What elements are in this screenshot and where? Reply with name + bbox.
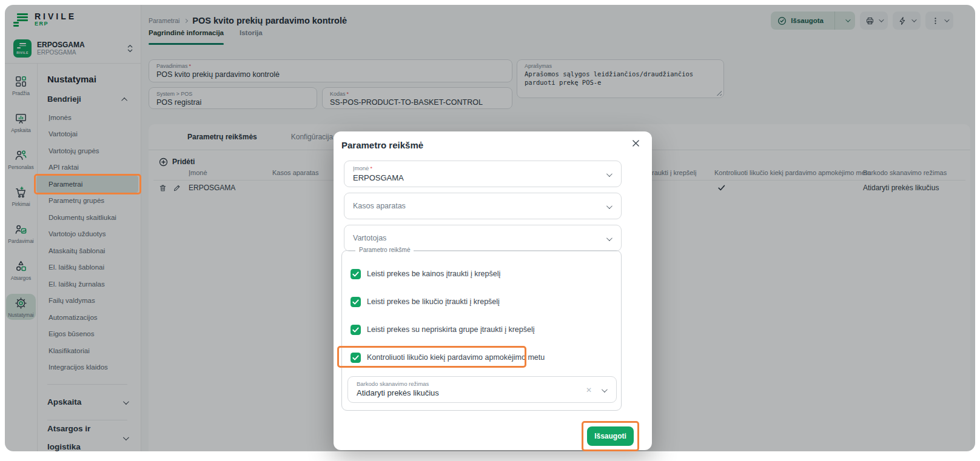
modal-company-select[interactable]: Įmonė* ERPOSGAMA bbox=[344, 161, 622, 187]
checkbox-be-kainos[interactable]: Leisti prekes be kainos įtraukti į krepš… bbox=[351, 265, 500, 282]
parameter-value-modal: Parametro reikšmė Įmonė* ERPOSGAMA Kasos… bbox=[334, 131, 652, 450]
modal-company-label: Įmonė* bbox=[353, 165, 612, 172]
screenshot-frame: RIVILE ERP RIVILE ERPOSGAMA ERPOSGAMA Pr… bbox=[0, 0, 980, 461]
checkbox-nepriskirta-grupe[interactable]: Leisti prekes su nepriskirta grupe įtrau… bbox=[351, 321, 535, 338]
clear-icon[interactable]: ✕ bbox=[586, 386, 592, 394]
modal-user-placeholder: Vartotojas bbox=[353, 229, 612, 247]
save-button[interactable]: Išsaugoti bbox=[587, 426, 634, 446]
barcode-mode-select[interactable]: Barkodo skanavimo režimas Atidaryti prek… bbox=[347, 376, 617, 403]
close-icon[interactable] bbox=[633, 140, 642, 150]
checkbox-checked-icon bbox=[351, 269, 361, 279]
modal-register-select[interactable]: Kasos aparatas bbox=[344, 193, 622, 219]
checkbox-checked-icon bbox=[351, 297, 361, 307]
modal-register-placeholder: Kasos aparatas bbox=[353, 197, 612, 215]
parameter-value-fieldset: Parametro reikšmė Leisti prekes be kaino… bbox=[341, 250, 622, 411]
checkbox-be-likucio[interactable]: Leisti prekes be likučio įtraukti į krep… bbox=[351, 293, 500, 310]
fieldset-legend: Parametro reikšmė bbox=[355, 247, 414, 253]
barcode-mode-value: Atidaryti prekės likučius bbox=[357, 387, 608, 399]
checkbox-checked-icon bbox=[351, 325, 361, 335]
checkbox-checked-icon bbox=[351, 353, 361, 363]
barcode-mode-label: Barkodo skanavimo režimas bbox=[357, 380, 608, 387]
checkbox-kontroliuoti-likuti[interactable]: Kontroliuoti likučio kiekį pardavimo apm… bbox=[351, 349, 545, 366]
modal-title: Parametro reikšmė bbox=[341, 140, 423, 150]
modal-company-value: ERPOSGAMA bbox=[353, 172, 612, 184]
